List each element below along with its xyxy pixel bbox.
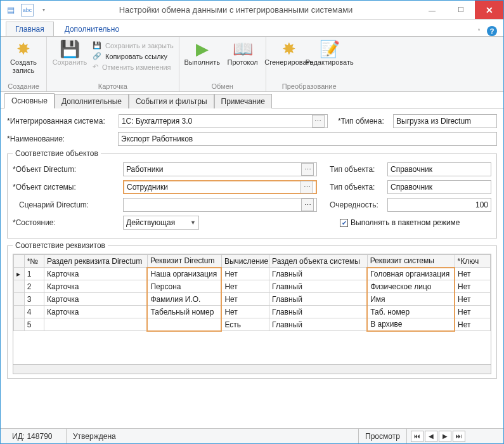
state-combo[interactable]: Действующая ▼ xyxy=(123,216,199,230)
qat-icon-abc[interactable]: abc xyxy=(21,4,34,16)
save-close-label: Сохранить и закрыть xyxy=(105,42,174,49)
tab-additional[interactable]: Дополнительные xyxy=(55,94,129,108)
exchange-type-value: Выгрузка из Directum xyxy=(396,117,494,126)
obj-type-field-2[interactable]: Справочник xyxy=(387,180,491,194)
nav-last-button[interactable]: ⏭ xyxy=(453,431,465,442)
cell-req-directum[interactable]: Табельный номер xyxy=(147,306,221,318)
col-num[interactable]: *№ xyxy=(24,255,44,268)
tab-events[interactable]: События и фильтры xyxy=(129,94,214,108)
table-header-row: *№ Раздел реквизита Directum Реквизит Di… xyxy=(14,255,491,268)
col-calc[interactable]: Вычисление xyxy=(221,255,269,268)
scenario-field[interactable]: ⋯ xyxy=(123,198,317,212)
cell-req-directum[interactable]: Персона xyxy=(147,280,221,293)
cell-syssection[interactable]: Главный xyxy=(269,280,368,293)
cell-num[interactable]: 1 xyxy=(24,268,44,280)
protocol-button[interactable]: 📖 Протокол xyxy=(224,38,262,67)
order-field[interactable]: 100 xyxy=(387,198,491,212)
nav-first-button[interactable]: ⏮ xyxy=(411,431,423,442)
cell-section[interactable]: Карточка xyxy=(44,293,148,306)
col-req[interactable]: Реквизит Directum xyxy=(147,255,221,268)
create-record-button[interactable]: ✸ Создатьзапись xyxy=(4,38,42,75)
obj-directum-field[interactable]: Работники ⋯ xyxy=(123,162,317,176)
cell-key[interactable]: Нет xyxy=(455,293,490,306)
maximize-button[interactable]: ☐ xyxy=(446,1,475,19)
obj-type-field-1[interactable]: Справочник xyxy=(387,162,491,176)
group-label-transform: Преобразование xyxy=(270,81,349,91)
cell-req-directum[interactable]: Фамилия И.О. xyxy=(147,293,221,306)
save-button[interactable]: 💾 Сохранить xyxy=(51,38,89,67)
attributes-table[interactable]: *№ Раздел реквизита Directum Реквизит Di… xyxy=(13,254,491,332)
help-icon[interactable]: ? xyxy=(487,26,497,36)
table-row[interactable]: ▸1КарточкаНаша организацияНетГлавныйГоло… xyxy=(14,268,491,280)
cell-req-system[interactable]: Имя xyxy=(367,293,455,306)
qat-dropdown-icon[interactable]: ▾ xyxy=(37,4,50,16)
cell-req-directum[interactable] xyxy=(147,318,221,331)
table-row[interactable]: 5ЕстьГлавныйВ архивеНет xyxy=(14,318,491,331)
cell-section[interactable]: Карточка xyxy=(44,268,148,280)
cell-key[interactable]: Нет xyxy=(455,306,490,318)
cell-calc[interactable]: Нет xyxy=(221,293,269,306)
obj-system-browse[interactable]: ⋯ xyxy=(300,181,313,193)
table-row[interactable]: 4КарточкаТабельный номерНетГлавныйТаб. н… xyxy=(14,306,491,318)
cell-num[interactable]: 3 xyxy=(24,293,44,306)
tab-main[interactable]: Основные xyxy=(4,93,55,108)
cell-syssection[interactable]: Главный xyxy=(269,318,368,331)
col-syssec[interactable]: Раздел объекта системы xyxy=(269,255,368,268)
cell-key[interactable]: Нет xyxy=(455,268,490,280)
cell-section[interactable]: Карточка xyxy=(44,306,148,318)
cell-section[interactable]: Карточка xyxy=(44,280,148,293)
cell-key[interactable]: Нет xyxy=(455,318,490,331)
chevron-down-icon: ▼ xyxy=(190,219,196,226)
col-sysreq[interactable]: Реквизит системы xyxy=(367,255,455,268)
cell-section[interactable] xyxy=(44,318,148,331)
cell-calc[interactable]: Нет xyxy=(221,306,269,318)
obj-directum-browse[interactable]: ⋯ xyxy=(301,163,314,176)
cell-syssection[interactable]: Главный xyxy=(269,293,368,306)
close-button[interactable]: ✕ xyxy=(475,1,503,19)
cell-num[interactable]: 4 xyxy=(24,306,44,318)
save-close-button[interactable]: 💾 Сохранить и закрыть xyxy=(91,41,175,50)
cell-req-system[interactable]: Головная организация xyxy=(367,268,455,280)
nav-prev-button[interactable]: ◀ xyxy=(425,431,437,442)
attr-table-wrap[interactable]: *№ Раздел реквизита Directum Реквизит Di… xyxy=(13,254,491,374)
cell-calc[interactable]: Нет xyxy=(221,280,269,293)
edit-button[interactable]: 📝 Редактировать xyxy=(311,38,349,67)
obj-system-field[interactable]: Сотрудники ⋯ xyxy=(123,180,317,194)
int-system-browse[interactable]: ⋯ xyxy=(312,115,325,127)
tab-note[interactable]: Примечание xyxy=(214,94,272,108)
table-row[interactable]: 3КарточкаФамилия И.О.НетГлавныйИмяНет xyxy=(14,293,491,306)
cell-calc[interactable]: Нет xyxy=(221,268,269,280)
generate-button[interactable]: ✸ Сгенерировать xyxy=(270,38,308,67)
nav-next-button[interactable]: ▶ xyxy=(439,431,451,442)
cell-syssection[interactable]: Главный xyxy=(269,268,368,280)
exchange-type-label: *Тип обмена: xyxy=(332,117,389,126)
name-field[interactable]: Экспорт Работников xyxy=(118,132,497,146)
cell-calc[interactable]: Есть xyxy=(221,318,269,331)
cell-req-system[interactable]: В архиве xyxy=(367,318,455,331)
save-label: Сохранить xyxy=(53,58,87,67)
cell-req-system[interactable]: Физическое лицо xyxy=(367,280,455,293)
minimize-button[interactable]: — xyxy=(418,1,446,19)
qat-icon-app[interactable]: ▤ xyxy=(4,4,17,16)
cell-syssection[interactable]: Главный xyxy=(269,306,368,318)
horizontal-scrollbar[interactable] xyxy=(13,364,491,374)
cell-num[interactable]: 2 xyxy=(24,280,44,293)
int-system-field[interactable]: 1С: Бухгалтерия 3.0 ⋯ xyxy=(119,114,328,128)
copy-link-label: Копировать ссылку xyxy=(105,53,167,60)
cell-key[interactable]: Нет xyxy=(455,280,490,293)
scenario-browse[interactable]: ⋯ xyxy=(301,199,314,211)
batch-checkbox[interactable]: ✔ Выполнять в пакетном режиме xyxy=(340,218,460,227)
cell-num[interactable]: 5 xyxy=(24,318,44,331)
cell-req-directum[interactable]: Наша организация xyxy=(147,268,221,280)
exchange-type-field[interactable]: Выгрузка из Directum xyxy=(393,114,497,128)
cell-req-system[interactable]: Таб. номер xyxy=(367,306,455,318)
ribbon-collapse-icon[interactable]: ˄ xyxy=(477,28,481,35)
ribbon-tab-extra[interactable]: Дополнительно xyxy=(55,22,129,36)
copy-link-button[interactable]: 🔗 Копировать ссылку xyxy=(91,51,175,61)
col-section[interactable]: Раздел реквизита Directum xyxy=(44,255,148,268)
col-key[interactable]: *Ключ xyxy=(455,255,490,268)
ribbon-tab-main[interactable]: Главная xyxy=(6,22,54,36)
undo-changes-button[interactable]: ↶ Отменить изменения xyxy=(91,62,175,72)
table-row[interactable]: 2КарточкаПерсонаНетГлавныйФизическое лиц… xyxy=(14,280,491,293)
run-button[interactable]: ▶ Выполнить xyxy=(183,38,221,67)
